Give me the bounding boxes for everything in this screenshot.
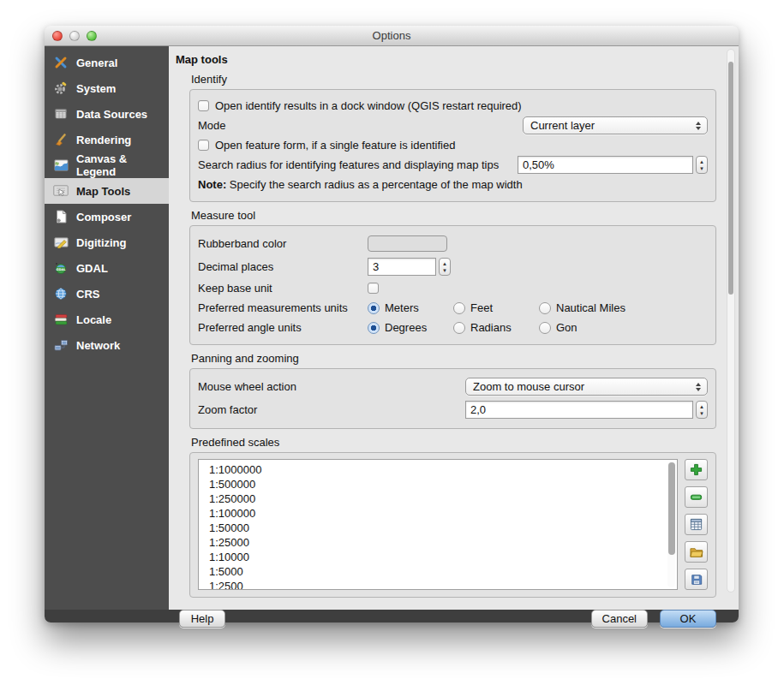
angle-option-radians[interactable]: Radians (453, 321, 539, 334)
zoom-factor-stepper[interactable]: ▲▼ (696, 401, 708, 419)
crs-globe-icon (53, 287, 69, 301)
keep-base-unit-row: Keep base unit (198, 278, 708, 298)
measurement-units-label: Preferred measurements units (198, 301, 368, 314)
dock-window-label: Open identify results in a dock window (… (215, 99, 522, 112)
map-canvas-icon (53, 158, 69, 173)
sidebar-item-map-tools[interactable]: Map Tools (45, 178, 169, 204)
scales-list-scrollbar[interactable] (667, 462, 675, 587)
options-sidebar: General System Data Sources Rendering (45, 46, 169, 610)
cancel-button[interactable]: Cancel (591, 610, 648, 628)
sidebar-item-data-sources[interactable]: Data Sources (45, 101, 169, 127)
gdal-globe-icon: GDAL (53, 261, 69, 276)
panel-scrollbar[interactable] (727, 49, 735, 593)
scale-item[interactable]: 1:1000000 (209, 462, 677, 477)
keep-base-unit-label: Keep base unit (198, 282, 368, 295)
paintbrush-icon (53, 133, 69, 147)
angle-option-gon[interactable]: Gon (539, 321, 650, 334)
keep-base-unit-checkbox[interactable] (368, 283, 379, 294)
system-gear-icon (53, 81, 69, 96)
angle-units-row: Preferred angle units Degrees Radians Go… (198, 318, 708, 337)
predefined-scales-list[interactable]: 1:1000000 1:500000 1:250000 1:100000 1:5… (198, 459, 678, 590)
dock-window-checkbox[interactable] (198, 100, 209, 111)
save-scales-button[interactable] (685, 569, 708, 590)
scale-item[interactable]: 1:100000 (209, 506, 677, 521)
title-bar[interactable]: Options (45, 26, 739, 46)
help-button[interactable]: Help (179, 610, 225, 628)
sidebar-label: Locale (76, 313, 111, 326)
mode-value: Current layer (530, 119, 692, 132)
sidebar-label: Digitizing (76, 236, 127, 249)
sidebar-label: General (76, 57, 117, 69)
general-tools-icon (53, 56, 69, 70)
search-radius-input[interactable]: 0,50% (518, 156, 693, 174)
scale-item[interactable]: 1:25000 (209, 535, 677, 550)
zoom-factor-row: Zoom factor 2,0 ▲▼ (198, 398, 708, 421)
units-option-nautical-miles[interactable]: Nautical Miles (539, 301, 650, 314)
sidebar-item-network[interactable]: Network (45, 332, 169, 358)
options-dialog: Options General System Data Sources (45, 26, 739, 622)
feature-form-checkbox[interactable] (198, 140, 209, 151)
decimal-places-input[interactable]: 3 (368, 258, 436, 276)
note-text: Specify the search radius as a percentag… (226, 178, 522, 191)
scale-item[interactable]: 1:500000 (209, 477, 677, 491)
feature-form-row: Open feature form, if a single feature i… (198, 135, 708, 155)
floppy-disk-icon (691, 574, 703, 586)
add-scale-button[interactable] (685, 459, 708, 480)
feet-radio[interactable] (453, 302, 465, 314)
sidebar-label: Network (76, 339, 120, 352)
default-scales-button[interactable] (685, 514, 708, 535)
sidebar-item-canvas-legend[interactable]: Canvas & Legend (45, 152, 169, 178)
mode-select[interactable]: Current layer (523, 116, 708, 134)
scale-item[interactable]: 1:10000 (209, 550, 677, 564)
angle-option-degrees[interactable]: Degrees (368, 321, 453, 334)
sidebar-item-general[interactable]: General (45, 50, 169, 75)
map-tools-panel: Map tools Identify Open identify results… (169, 46, 739, 610)
angle-units-label: Preferred angle units (198, 321, 368, 334)
ok-button[interactable]: OK (660, 610, 716, 628)
radians-radio[interactable] (453, 322, 465, 334)
sidebar-label: CRS (76, 288, 99, 301)
degrees-radio[interactable] (368, 322, 380, 334)
sidebar-item-gdal[interactable]: GDAL GDAL (45, 255, 169, 281)
page-title: Map tools (176, 53, 716, 66)
mouse-wheel-label: Mouse wheel action (198, 380, 465, 393)
decimal-places-stepper[interactable]: ▲▼ (439, 258, 451, 276)
sidebar-item-crs[interactable]: CRS (45, 281, 169, 307)
rubberband-row: Rubberband color (198, 232, 708, 255)
search-radius-stepper[interactable]: ▲▼ (696, 156, 708, 174)
scale-item[interactable]: 1:50000 (209, 521, 677, 535)
scale-item[interactable]: 1:250000 (209, 491, 677, 506)
meters-radio[interactable] (368, 302, 380, 314)
identify-groupbox: Open identify results in a dock window (… (189, 89, 716, 202)
zoom-factor-input[interactable]: 2,0 (465, 401, 693, 419)
sidebar-item-system[interactable]: System (45, 75, 169, 101)
sidebar-label: Canvas & Legend (76, 152, 169, 178)
sidebar-item-digitizing[interactable]: Digitizing (45, 229, 169, 255)
sidebar-item-rendering[interactable]: Rendering (45, 127, 169, 152)
scale-item[interactable]: 1:5000 (209, 564, 677, 579)
sidebar-item-composer[interactable]: Composer (45, 204, 169, 229)
sidebar-label: Data Sources (76, 108, 147, 121)
measure-section-label: Measure tool (191, 209, 716, 222)
nautical-miles-radio[interactable] (539, 302, 551, 314)
remove-scale-button[interactable] (685, 486, 708, 508)
decimal-places-row: Decimal places 3 ▲▼ (198, 255, 708, 278)
zoom-factor-spinbox: 2,0 ▲▼ (465, 401, 708, 419)
digitizing-pencil-icon (53, 235, 69, 250)
units-option-meters[interactable]: Meters (368, 301, 453, 314)
rubberband-color-button[interactable] (368, 235, 447, 252)
composer-page-icon (53, 210, 69, 224)
scale-item[interactable]: 1:2500 (209, 579, 677, 590)
panning-groupbox: Mouse wheel action Zoom to mouse cursor … (189, 368, 716, 429)
mouse-wheel-select[interactable]: Zoom to mouse cursor (465, 378, 708, 396)
sidebar-item-locale[interactable]: Locale (45, 307, 169, 332)
scales-toolbar (685, 459, 708, 590)
identify-section-label: Identify (191, 73, 716, 86)
units-option-feet[interactable]: Feet (453, 301, 539, 314)
panning-section-label: Panning and zooming (191, 352, 716, 365)
gon-radio[interactable] (539, 322, 551, 334)
import-scales-button[interactable] (685, 541, 708, 563)
scales-section-label: Predefined scales (191, 436, 716, 449)
mode-label: Mode (198, 119, 523, 132)
sidebar-label: Composer (76, 211, 131, 223)
